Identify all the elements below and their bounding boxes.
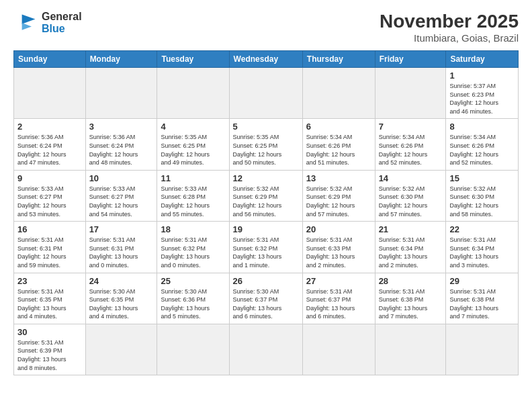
weekday-tuesday: Tuesday [157, 51, 229, 68]
day-number: 2 [17, 122, 82, 132]
calendar-cell: 2Sunrise: 5:36 AM Sunset: 6:24 PM Daylig… [14, 119, 86, 170]
day-info: Sunrise: 5:31 AM Sunset: 6:38 PM Dayligh… [379, 287, 443, 321]
calendar-cell: 6Sunrise: 5:34 AM Sunset: 6:26 PM Daylig… [302, 119, 375, 170]
calendar-cell [229, 324, 302, 375]
day-info: Sunrise: 5:31 AM Sunset: 6:31 PM Dayligh… [89, 236, 154, 269]
calendar-header-row: Sunday Monday Tuesday Wednesday Thursday… [14, 51, 519, 68]
calendar-week-5: 30Sunrise: 5:31 AM Sunset: 6:39 PM Dayli… [14, 324, 519, 375]
day-number: 6 [306, 122, 371, 132]
day-number: 24 [89, 276, 154, 286]
day-number: 14 [379, 173, 443, 183]
day-info: Sunrise: 5:36 AM Sunset: 6:24 PM Dayligh… [89, 133, 154, 167]
calendar-week-0: 1Sunrise: 5:37 AM Sunset: 6:23 PM Daylig… [14, 68, 519, 119]
calendar-cell: 27Sunrise: 5:31 AM Sunset: 6:37 PM Dayli… [302, 273, 375, 324]
day-number: 22 [449, 224, 515, 234]
calendar-table: Sunday Monday Tuesday Wednesday Thursday… [13, 50, 519, 375]
calendar-cell [157, 324, 229, 375]
day-info: Sunrise: 5:32 AM Sunset: 6:29 PM Dayligh… [306, 185, 371, 218]
calendar-cell [14, 68, 86, 119]
calendar-cell: 30Sunrise: 5:31 AM Sunset: 6:39 PM Dayli… [14, 324, 86, 375]
calendar-week-1: 2Sunrise: 5:36 AM Sunset: 6:24 PM Daylig… [14, 119, 519, 170]
calendar-cell: 20Sunrise: 5:31 AM Sunset: 6:33 PM Dayli… [302, 222, 375, 273]
day-info: Sunrise: 5:34 AM Sunset: 6:26 PM Dayligh… [379, 133, 443, 167]
day-number: 13 [306, 173, 371, 183]
header: General Blue November 2025 Itumbiara, Go… [13, 11, 519, 44]
calendar-cell: 5Sunrise: 5:35 AM Sunset: 6:25 PM Daylig… [229, 119, 302, 170]
day-number: 27 [306, 276, 371, 286]
day-number: 9 [17, 173, 82, 183]
calendar-cell: 23Sunrise: 5:31 AM Sunset: 6:35 PM Dayli… [14, 273, 86, 324]
calendar-cell: 8Sunrise: 5:34 AM Sunset: 6:26 PM Daylig… [446, 119, 519, 170]
day-info: Sunrise: 5:31 AM Sunset: 6:39 PM Dayligh… [17, 338, 82, 372]
calendar-cell: 21Sunrise: 5:31 AM Sunset: 6:34 PM Dayli… [375, 222, 446, 273]
day-number: 15 [449, 173, 515, 183]
calendar-cell: 3Sunrise: 5:36 AM Sunset: 6:24 PM Daylig… [85, 119, 157, 170]
calendar-cell [85, 68, 157, 119]
calendar-body: 1Sunrise: 5:37 AM Sunset: 6:23 PM Daylig… [14, 68, 519, 375]
calendar-cell [302, 324, 375, 375]
calendar-cell [375, 68, 446, 119]
weekday-thursday: Thursday [302, 51, 375, 68]
day-number: 18 [161, 224, 225, 234]
day-info: Sunrise: 5:34 AM Sunset: 6:26 PM Dayligh… [306, 133, 371, 167]
day-number: 4 [161, 122, 225, 132]
calendar-cell: 9Sunrise: 5:33 AM Sunset: 6:27 PM Daylig… [14, 170, 86, 221]
day-number: 30 [17, 327, 82, 337]
calendar-cell [302, 68, 375, 119]
calendar-cell: 22Sunrise: 5:31 AM Sunset: 6:34 PM Dayli… [446, 222, 519, 273]
calendar-cell: 18Sunrise: 5:31 AM Sunset: 6:32 PM Dayli… [157, 222, 229, 273]
calendar-cell [157, 68, 229, 119]
calendar-cell: 12Sunrise: 5:32 AM Sunset: 6:29 PM Dayli… [229, 170, 302, 221]
day-number: 1 [449, 71, 515, 81]
logo-text: General Blue [42, 11, 82, 34]
weekday-monday: Monday [85, 51, 157, 68]
calendar-cell: 25Sunrise: 5:30 AM Sunset: 6:36 PM Dayli… [157, 273, 229, 324]
day-info: Sunrise: 5:33 AM Sunset: 6:27 PM Dayligh… [89, 185, 154, 218]
calendar-subtitle: Itumbiara, Goias, Brazil [380, 32, 519, 44]
day-info: Sunrise: 5:35 AM Sunset: 6:25 PM Dayligh… [233, 133, 299, 167]
day-number: 20 [306, 224, 371, 234]
day-info: Sunrise: 5:32 AM Sunset: 6:30 PM Dayligh… [379, 185, 443, 218]
day-info: Sunrise: 5:30 AM Sunset: 6:35 PM Dayligh… [89, 287, 154, 321]
calendar-cell [446, 324, 519, 375]
weekday-sunday: Sunday [14, 51, 86, 68]
calendar-cell: 29Sunrise: 5:31 AM Sunset: 6:38 PM Dayli… [446, 273, 519, 324]
weekday-saturday: Saturday [446, 51, 519, 68]
day-info: Sunrise: 5:31 AM Sunset: 6:34 PM Dayligh… [379, 236, 443, 269]
day-number: 10 [89, 173, 154, 183]
calendar-cell: 24Sunrise: 5:30 AM Sunset: 6:35 PM Dayli… [85, 273, 157, 324]
day-info: Sunrise: 5:31 AM Sunset: 6:37 PM Dayligh… [306, 287, 371, 321]
calendar-week-3: 16Sunrise: 5:31 AM Sunset: 6:31 PM Dayli… [14, 222, 519, 273]
calendar-cell: 16Sunrise: 5:31 AM Sunset: 6:31 PM Dayli… [14, 222, 86, 273]
day-info: Sunrise: 5:31 AM Sunset: 6:34 PM Dayligh… [449, 236, 515, 269]
day-info: Sunrise: 5:32 AM Sunset: 6:30 PM Dayligh… [449, 185, 515, 218]
day-number: 25 [161, 276, 225, 286]
day-info: Sunrise: 5:31 AM Sunset: 6:35 PM Dayligh… [17, 287, 82, 321]
calendar-cell: 28Sunrise: 5:31 AM Sunset: 6:38 PM Dayli… [375, 273, 446, 324]
calendar-cell: 11Sunrise: 5:33 AM Sunset: 6:28 PM Dayli… [157, 170, 229, 221]
day-info: Sunrise: 5:31 AM Sunset: 6:32 PM Dayligh… [161, 236, 225, 269]
day-number: 11 [161, 173, 225, 183]
day-number: 16 [17, 224, 82, 234]
day-info: Sunrise: 5:34 AM Sunset: 6:26 PM Dayligh… [449, 133, 515, 167]
day-number: 17 [89, 224, 154, 234]
day-info: Sunrise: 5:33 AM Sunset: 6:28 PM Dayligh… [161, 185, 225, 218]
calendar-cell: 15Sunrise: 5:32 AM Sunset: 6:30 PM Dayli… [446, 170, 519, 221]
calendar-week-4: 23Sunrise: 5:31 AM Sunset: 6:35 PM Dayli… [14, 273, 519, 324]
day-number: 23 [17, 276, 82, 286]
calendar-cell: 10Sunrise: 5:33 AM Sunset: 6:27 PM Dayli… [85, 170, 157, 221]
day-info: Sunrise: 5:31 AM Sunset: 6:33 PM Dayligh… [306, 236, 371, 269]
logo-icon [13, 11, 38, 35]
day-info: Sunrise: 5:30 AM Sunset: 6:37 PM Dayligh… [233, 287, 299, 321]
calendar-cell: 17Sunrise: 5:31 AM Sunset: 6:31 PM Dayli… [85, 222, 157, 273]
day-number: 28 [379, 276, 443, 286]
svg-rect-0 [13, 11, 38, 35]
calendar-cell: 1Sunrise: 5:37 AM Sunset: 6:23 PM Daylig… [446, 68, 519, 119]
day-info: Sunrise: 5:36 AM Sunset: 6:24 PM Dayligh… [17, 133, 82, 167]
calendar-cell [229, 68, 302, 119]
day-number: 7 [379, 122, 443, 132]
day-info: Sunrise: 5:30 AM Sunset: 6:36 PM Dayligh… [161, 287, 225, 321]
day-info: Sunrise: 5:35 AM Sunset: 6:25 PM Dayligh… [161, 133, 225, 167]
calendar-cell [375, 324, 446, 375]
page: General Blue November 2025 Itumbiara, Go… [0, 0, 532, 389]
